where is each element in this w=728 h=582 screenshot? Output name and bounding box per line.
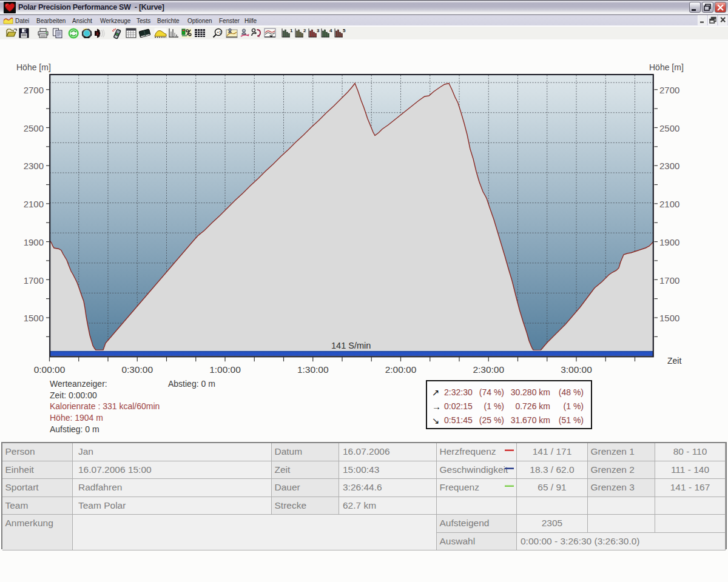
svg-text:+1: +1 [217, 30, 221, 35]
svg-text:2: 2 [303, 28, 306, 33]
svg-text:3: 3 [317, 28, 320, 33]
svg-text:1: 1 [290, 28, 293, 33]
svg-text:5: 5 [343, 28, 346, 33]
svg-text:4: 4 [329, 28, 332, 33]
